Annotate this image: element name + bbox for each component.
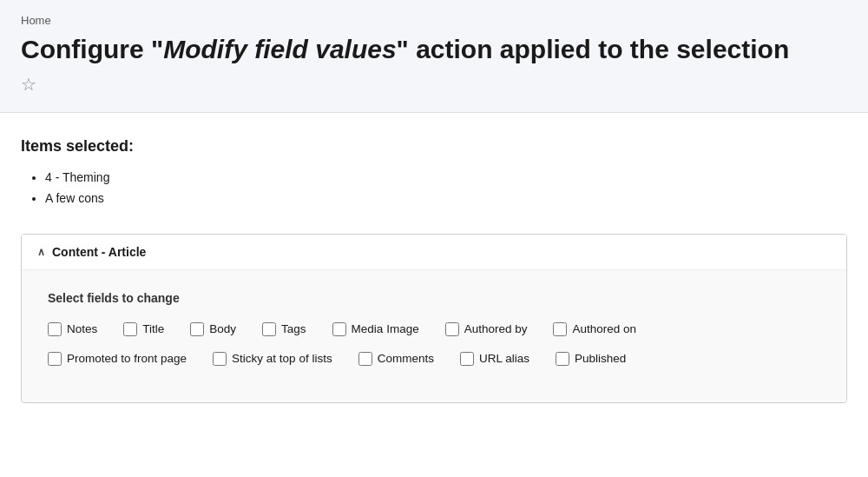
list-item: 4 - Theming (45, 168, 847, 189)
fields-label: Select fields to change (48, 291, 820, 305)
favorite-star-icon[interactable]: ☆ (21, 74, 36, 95)
page-title-suffix: " action applied to the selection (397, 35, 790, 63)
field-body: Body (190, 322, 236, 336)
checkbox-comments[interactable] (358, 352, 372, 366)
field-tags: Tags (262, 322, 306, 336)
page-title-italic: Modify field values (163, 35, 396, 63)
field-sticky: Sticky at top of lists (213, 352, 332, 366)
label-body[interactable]: Body (209, 322, 236, 335)
label-media-image[interactable]: Media Image (352, 322, 419, 335)
fields-row-2: Promoted to front page Sticky at top of … (48, 352, 820, 366)
checkbox-title[interactable] (123, 322, 137, 336)
checkbox-url-alias[interactable] (460, 352, 474, 366)
header-bar: Home Configure "Modify field values" act… (0, 0, 868, 113)
label-title[interactable]: Title (142, 322, 164, 335)
checkbox-promoted[interactable] (48, 352, 62, 366)
checkbox-authored-on[interactable] (553, 322, 567, 336)
fields-row-1: Notes Title Body Tags Media Image (48, 322, 820, 336)
field-title: Title (123, 322, 164, 336)
section-title: Content - Article (52, 245, 146, 259)
field-promoted: Promoted to front page (48, 352, 187, 366)
main-content: Items selected: 4 - Theming A few cons ∧… (0, 113, 868, 477)
collapse-icon: ∧ (37, 246, 45, 258)
breadcrumb[interactable]: Home (21, 14, 847, 27)
checkbox-authored-by[interactable] (445, 322, 459, 336)
checkbox-body[interactable] (190, 322, 204, 336)
label-authored-by[interactable]: Authored by (464, 322, 528, 335)
field-url-alias: URL alias (460, 352, 529, 366)
field-media-image: Media Image (332, 322, 419, 336)
checkbox-notes[interactable] (48, 322, 62, 336)
section-box: ∧ Content - Article Select fields to cha… (21, 234, 847, 403)
list-item: A few cons (45, 189, 847, 209)
items-list: 4 - Theming A few cons (21, 168, 847, 209)
label-url-alias[interactable]: URL alias (479, 352, 529, 365)
fields-panel: Select fields to change Notes Title Body… (22, 270, 846, 402)
section-header[interactable]: ∧ Content - Article (22, 235, 846, 270)
field-comments: Comments (358, 352, 434, 366)
label-comments[interactable]: Comments (378, 352, 434, 365)
field-authored-on: Authored on (553, 322, 636, 336)
checkbox-media-image[interactable] (332, 322, 346, 336)
label-published[interactable]: Published (575, 352, 626, 365)
field-published: Published (556, 352, 626, 366)
checkbox-published[interactable] (556, 352, 569, 366)
field-notes: Notes (48, 322, 97, 336)
label-tags[interactable]: Tags (281, 322, 306, 335)
field-authored-by: Authored by (445, 322, 528, 336)
label-promoted[interactable]: Promoted to front page (67, 352, 187, 365)
checkbox-tags[interactable] (262, 322, 276, 336)
label-notes[interactable]: Notes (67, 322, 97, 335)
checkbox-sticky[interactable] (213, 352, 227, 366)
label-authored-on[interactable]: Authored on (572, 322, 636, 335)
items-heading: Items selected: (21, 137, 847, 156)
page-title-prefix: Configure " (21, 35, 163, 63)
page-title: Configure "Modify field values" action a… (21, 34, 847, 65)
label-sticky[interactable]: Sticky at top of lists (232, 352, 332, 365)
